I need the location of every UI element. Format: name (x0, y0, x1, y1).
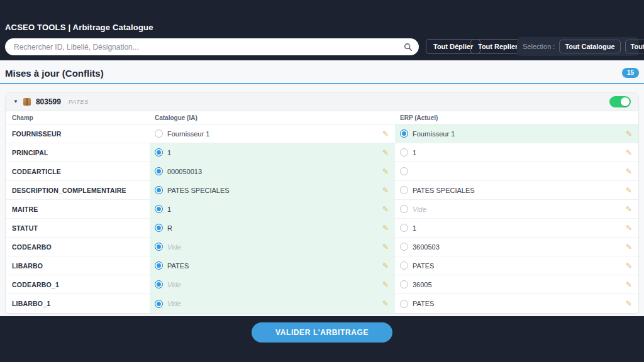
edit-pencil-icon[interactable]: ✎ (626, 243, 632, 251)
search-bar (5, 38, 419, 55)
radio-button[interactable] (400, 300, 408, 308)
conflict-count-badge: 15 (622, 68, 639, 78)
cell-value: 3600503 (413, 243, 440, 251)
selection-label: Selection : (523, 43, 555, 50)
erp-cell[interactable]: ✎ (395, 162, 638, 180)
item-toggle[interactable] (609, 96, 631, 107)
search-input[interactable] (14, 43, 404, 52)
all-erp-button[interactable]: Tout ERP (625, 40, 644, 53)
radio-button[interactable] (400, 148, 408, 156)
cell-value: 1 (167, 206, 171, 213)
search-icon[interactable] (404, 43, 413, 52)
erp-cell[interactable]: 3600503 ✎ (395, 238, 638, 256)
radio-button[interactable] (155, 148, 163, 156)
table-row: PRINCIPAL 1 ✎ 1 ✎ (6, 143, 638, 162)
edit-pencil-icon[interactable]: ✎ (626, 168, 632, 175)
edit-pencil-icon[interactable]: ✎ (382, 206, 389, 213)
erp-cell[interactable]: 1 ✎ (395, 219, 638, 237)
radio-button[interactable] (400, 280, 408, 288)
column-header-catalogue: Catalogue (IA) (150, 114, 395, 121)
erp-cell[interactable]: Vide ✎ (395, 200, 638, 218)
radio-button[interactable] (400, 205, 408, 213)
catalogue-cell[interactable]: 1 ✎ (150, 200, 395, 218)
cell-value: 1 (167, 149, 171, 156)
column-header-field: Champ (6, 114, 150, 121)
catalogue-cell[interactable]: Vide ✎ (150, 275, 395, 293)
cell-value: 1 (413, 149, 416, 156)
edit-pencil-icon[interactable]: ✎ (626, 149, 632, 156)
field-name: LIBARBO_1 (6, 294, 150, 313)
radio-button[interactable] (400, 129, 408, 138)
edit-pencil-icon[interactable]: ✎ (382, 300, 389, 307)
radio-button[interactable] (155, 243, 163, 251)
radio-button[interactable] (400, 261, 408, 270)
radio-button[interactable] (155, 261, 163, 270)
top-bar: ACSEO TOOLS | Arbitrage Catalogue Tout D… (0, 0, 644, 60)
edit-pencil-icon[interactable]: ✎ (382, 149, 389, 156)
edit-pencil-icon[interactable]: ✎ (626, 130, 632, 138)
edit-pencil-icon[interactable]: ✎ (382, 187, 389, 194)
catalogue-cell[interactable]: Vide ✎ (150, 294, 395, 313)
table-row: LIBARBO_1 Vide ✎ PATES ✎ (6, 294, 638, 313)
edit-pencil-icon[interactable]: ✎ (382, 224, 389, 232)
cell-value: 1 (413, 224, 416, 232)
radio-button[interactable] (155, 280, 163, 288)
radio-button[interactable] (155, 129, 163, 138)
field-name: PRINCIPAL (6, 143, 150, 162)
radio-button[interactable] (400, 167, 408, 175)
radio-button[interactable] (400, 243, 408, 251)
catalogue-cell[interactable]: 1 ✎ (150, 143, 395, 162)
cell-value: 000050013 (167, 168, 202, 175)
radio-button[interactable] (400, 224, 408, 232)
table-row: CODEARBO_1 Vide ✎ 36005 ✎ (6, 275, 638, 294)
catalogue-cell[interactable]: 000050013 ✎ (150, 162, 395, 180)
table-row: MAITRE 1 ✎ Vide ✎ (6, 200, 638, 219)
edit-pencil-icon[interactable]: ✎ (626, 281, 632, 288)
cell-value: Vide (167, 300, 181, 307)
edit-pencil-icon[interactable]: ✎ (382, 168, 389, 175)
cell-value: Vide (167, 243, 181, 251)
radio-button[interactable] (155, 224, 163, 232)
table-row: LIBARBO PATES ✎ PATES ✎ (6, 256, 638, 275)
edit-pencil-icon[interactable]: ✎ (382, 130, 389, 138)
erp-cell[interactable]: PATES SPECIALES ✎ (395, 181, 638, 199)
radio-button[interactable] (155, 186, 163, 194)
toggle-knob (621, 97, 630, 106)
column-header-erp: ERP (Actuel) (395, 114, 638, 121)
erp-cell[interactable]: PATES ✎ (395, 294, 638, 313)
edit-pencil-icon[interactable]: ✎ (626, 224, 632, 232)
cell-value: PATES (413, 262, 434, 270)
catalogue-cell[interactable]: PATES ✎ (150, 256, 395, 275)
catalogue-cell[interactable]: R ✎ (150, 219, 395, 237)
card-header[interactable]: ▼ 803599 PATES (6, 93, 638, 111)
table-header: Champ Catalogue (IA) ERP (Actuel) (6, 111, 638, 124)
erp-cell[interactable]: 36005 ✎ (395, 275, 638, 293)
selection-group: Selection : Tout Catalogue Tout ERP (517, 37, 639, 56)
edit-pencil-icon[interactable]: ✎ (626, 206, 632, 213)
radio-button[interactable] (155, 205, 163, 213)
catalogue-cell[interactable]: Vide ✎ (150, 238, 395, 256)
field-name: CODEARBO (6, 238, 150, 256)
catalogue-cell[interactable]: PATES SPECIALES ✎ (150, 181, 395, 199)
chevron-down-icon[interactable]: ▼ (13, 99, 18, 104)
edit-pencil-icon[interactable]: ✎ (626, 300, 632, 307)
edit-pencil-icon[interactable]: ✎ (626, 187, 632, 194)
all-catalogue-button[interactable]: Tout Catalogue (559, 40, 620, 53)
section-header: Mises à jour (Conflits) 15 (0, 60, 644, 84)
radio-button[interactable] (400, 186, 408, 194)
validate-arbitrage-button[interactable]: VALIDER L'ARBITRAGE (252, 322, 392, 343)
radio-button[interactable] (155, 167, 163, 175)
edit-pencil-icon[interactable]: ✎ (382, 243, 389, 251)
erp-cell[interactable]: 1 ✎ (395, 143, 638, 162)
edit-pencil-icon[interactable]: ✎ (382, 262, 389, 270)
cell-value: 36005 (413, 281, 432, 288)
erp-cell[interactable]: Fournisseur 1 ✎ (395, 124, 638, 143)
edit-pencil-icon[interactable]: ✎ (382, 281, 389, 288)
cell-value: Vide (167, 281, 181, 288)
field-name: CODEARTICLE (6, 162, 150, 180)
cell-value: Fournisseur 1 (167, 130, 209, 138)
radio-button[interactable] (155, 300, 163, 308)
edit-pencil-icon[interactable]: ✎ (626, 262, 632, 270)
erp-cell[interactable]: PATES ✎ (395, 256, 638, 275)
catalogue-cell[interactable]: Fournisseur 1 ✎ (150, 124, 395, 143)
